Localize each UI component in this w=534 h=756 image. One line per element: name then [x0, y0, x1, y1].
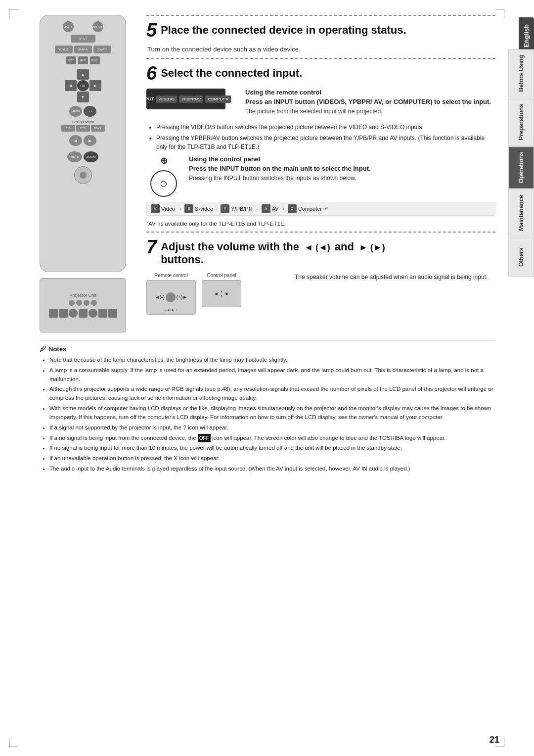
- sidebar-item-operations[interactable]: Operations: [508, 146, 534, 189]
- dpad-empty-1: [65, 69, 77, 80]
- flow-item-ypbpr: Y Y/PB/PR →: [221, 204, 259, 213]
- remote-dpad-area: ▲ ◄ OK ► ▼: [65, 69, 101, 102]
- proj-btn-6[interactable]: [108, 309, 117, 318]
- vol-center: [166, 292, 176, 302]
- step7-remote-box: Remote control ◄(-) (+)► -◄ ►+: [146, 273, 196, 315]
- step7-panel-box: Control panel ◄ ▲ ▼ ►: [202, 273, 241, 315]
- remote-btn-menu: MENU: [69, 106, 82, 117]
- vol-up-right: (+)►: [177, 294, 187, 300]
- step6-title: Select the connected input.: [161, 64, 302, 80]
- step5-number: 5: [146, 21, 157, 40]
- note-9: The audio input to the Audio terminals i…: [49, 465, 495, 473]
- sidebar-item-others[interactable]: Others: [508, 237, 534, 277]
- step7-title-prefix: Adjust the volume with the: [161, 240, 299, 253]
- remote-more-btns: MENU ↩: [69, 106, 96, 117]
- flow-icon-video: V: [151, 204, 160, 213]
- remote-btn-zoom: ZOOM: [84, 151, 98, 162]
- panel-vol-up: ►: [224, 291, 229, 296]
- dpad-up[interactable]: ▲: [77, 69, 89, 80]
- note-2: A lamp is a consumable supply. If the la…: [49, 366, 495, 384]
- dpad-empty-4: [89, 92, 101, 102]
- input-label: INPUT: [141, 96, 154, 101]
- page: English Before Using Preparations Operat…: [0, 0, 534, 756]
- remote-scroll[interactable]: [74, 166, 92, 184]
- remote-btn-vol-down[interactable]: ◄: [69, 135, 82, 146]
- remote-btn-mute: MUTE: [67, 151, 82, 162]
- remote-btn-vol-up[interactable]: ►: [84, 135, 96, 146]
- input-btn-computer[interactable]: COMPUT'R: [205, 95, 231, 103]
- flow-item-video: V Video: [151, 204, 175, 213]
- step5-header: 5 Place the connected device in operatin…: [146, 21, 495, 40]
- flow-label-av: AV →: [272, 206, 286, 212]
- flow-icon-computer: C: [288, 204, 297, 213]
- using-control-subheader: Press the INPUT button on the main unit …: [189, 165, 495, 172]
- remote-btn-freeze: FRZE: [78, 56, 88, 64]
- remote-btn-light: LIGHT: [63, 21, 74, 32]
- step6-input-image-col: INPUT VIDEO/S YPBPR/AV COMPUT'R: [146, 89, 235, 116]
- flow-arrow-1: →: [177, 206, 182, 212]
- remote-btn-std: STD: [61, 125, 75, 132]
- using-remote-header: Using the remote control: [245, 89, 495, 96]
- input-circle-symbol: ○: [150, 170, 177, 197]
- dpad-left[interactable]: ◄: [65, 80, 77, 91]
- dpad-empty-2: [89, 69, 101, 80]
- flow-item-svideo: S S-video→: [184, 204, 219, 213]
- proj-btn-ok[interactable]: [69, 309, 78, 318]
- remote-btn-computer: COMPTR: [93, 46, 111, 53]
- note-7: If no signal is being input for more tha…: [49, 444, 495, 453]
- step7-title: Adjust the volume with the ◄ (◄) and ► (…: [161, 237, 387, 267]
- proj-btn-3[interactable]: [79, 309, 88, 318]
- input-btn-videos[interactable]: VIDEO/S: [156, 95, 177, 103]
- corner-tr: [495, 9, 504, 18]
- sidebar-item-maintenance[interactable]: Maintenance: [508, 189, 534, 236]
- step7-title-and: and: [335, 240, 357, 253]
- panel-vol-label2: ▼: [220, 294, 223, 297]
- proj-indicator-on: [69, 300, 75, 306]
- flow-label-computer: Computer: [298, 206, 322, 212]
- proj-indicator-temp: [84, 300, 89, 306]
- proj-indicator-fail: [91, 300, 97, 306]
- step5-title: Place the connected device in operating …: [161, 21, 406, 37]
- note-6: If a no signal is being input from the c…: [49, 434, 495, 443]
- proj-btn-5[interactable]: [98, 309, 107, 318]
- dpad-ok[interactable]: OK: [77, 80, 89, 91]
- proj-btn-2[interactable]: [59, 309, 68, 318]
- note-1: Note that because of the lamp characteri…: [49, 356, 495, 365]
- flow-arrow-end: ⤶: [324, 205, 328, 212]
- flow-note: "AV" is available only for the TLP-ET1B …: [146, 221, 495, 227]
- remote-btn-game: GAME: [91, 125, 105, 132]
- step5-subtitle: Turn on the connected device such as a v…: [147, 46, 495, 53]
- note-3: Although this projector supports a wide …: [49, 385, 495, 403]
- flow-label-video: Video: [161, 206, 175, 212]
- remote-image-col: LIGHT ON/STDBY INPUT VIDEO/S YPbPr/AV CO…: [40, 15, 138, 332]
- remote-control-image: LIGHT ON/STDBY INPUT VIDEO/S YPbPr/AV CO…: [40, 15, 126, 272]
- step6-header: 6 Select the connected input.: [146, 64, 495, 83]
- dpad-right[interactable]: ►: [89, 80, 101, 91]
- sidebar-item-preparations[interactable]: Preparations: [508, 98, 534, 145]
- sidebar-item-before-using[interactable]: Before Using: [508, 49, 534, 97]
- step7-remote-image: ◄(-) (+)► -◄ ►+: [146, 280, 196, 315]
- input-selector-image: INPUT VIDEO/S YPBPR/AV COMPUT'R: [146, 89, 225, 109]
- panel-vol-label: ▲: [220, 289, 223, 293]
- proj-indicator-lamp: [76, 300, 82, 306]
- remote-btn-blank: BLNK: [90, 56, 100, 64]
- note-5: If a signal not supported by the project…: [49, 424, 495, 432]
- corner-tl: [9, 9, 18, 18]
- flow-icon-svideo: S: [184, 204, 193, 213]
- dpad-down[interactable]: ▼: [77, 92, 89, 102]
- input-btn-ypbpr[interactable]: YPBPR/AV: [179, 95, 203, 103]
- step6-remote-text-col: Using the remote control Press an INPUT …: [245, 89, 495, 116]
- remote-btn-input: INPUT: [71, 35, 95, 43]
- step7-title-suffix: buttons.: [161, 253, 204, 266]
- proj-btn-1[interactable]: [49, 309, 58, 318]
- flow-icon-ypbpr: Y: [221, 204, 229, 213]
- notes-header: 🖊 Notes: [40, 345, 495, 353]
- proj-btn-4[interactable]: [89, 309, 97, 318]
- corner-bl: [9, 738, 18, 747]
- note-8: If an unavailable operation button is pr…: [49, 454, 495, 463]
- remote-btn-video: VIDEO/S: [55, 46, 73, 53]
- tab-english[interactable]: English: [519, 17, 534, 54]
- remote-mode-btns: PICTURE MODE STD DYN GAME: [46, 121, 120, 132]
- step7-divider: [146, 232, 495, 233]
- using-remote-subheader: Press an INPUT button (VIDEO/S, YPBPR/ A…: [245, 98, 495, 105]
